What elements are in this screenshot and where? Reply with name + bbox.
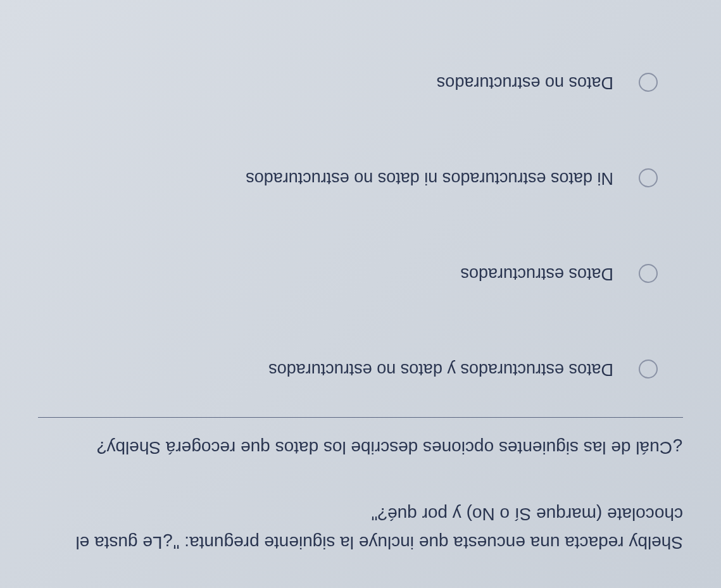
options-list: Datos estructurados y datos no estructur… (38, 73, 683, 379)
option-label: Datos estructurados y datos no estructur… (268, 360, 613, 379)
option-label: Datos estructurados (460, 264, 613, 284)
option-label: Ni datos estructurados ni datos no estru… (246, 168, 613, 188)
radio-icon[interactable] (639, 73, 658, 92)
option-label: Datos no estructurados (437, 73, 613, 92)
option-row[interactable]: Datos estructurados (38, 264, 658, 284)
radio-icon[interactable] (639, 360, 658, 378)
context-paragraph: Shelby redacta una encuesta que incluye … (38, 499, 683, 556)
option-row[interactable]: Datos no estructurados (38, 73, 658, 92)
option-row[interactable]: Ni datos estructurados ni datos no estru… (38, 168, 658, 188)
option-row[interactable]: Datos estructurados y datos no estructur… (38, 360, 658, 379)
question-text: ¿Cuál de las siguientes opciones describ… (38, 434, 683, 462)
radio-icon[interactable] (639, 264, 658, 283)
divider-line (38, 417, 683, 418)
radio-icon[interactable] (639, 168, 658, 187)
